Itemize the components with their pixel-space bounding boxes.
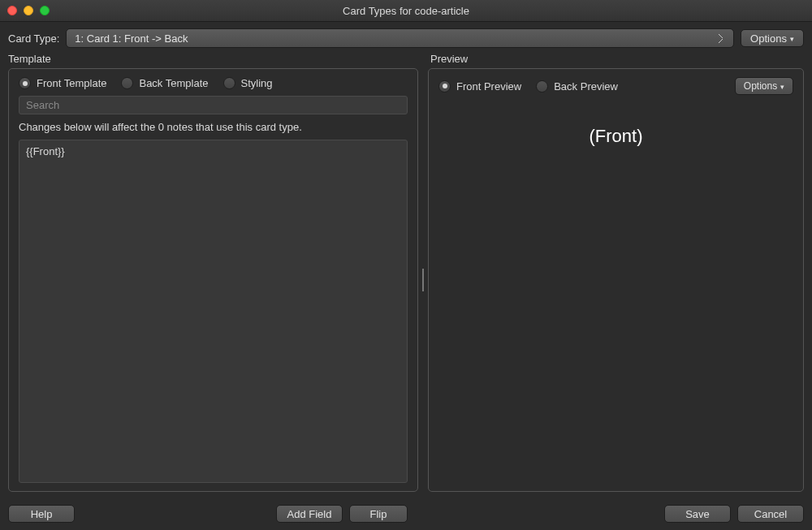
flip-button-label: Flip	[370, 508, 387, 520]
radio-icon	[536, 80, 548, 93]
card-type-options-button[interactable]: Options ▾	[741, 29, 804, 47]
save-button[interactable]: Save	[664, 505, 731, 523]
radio-label: Back Template	[139, 77, 208, 89]
panel-splitter[interactable]	[421, 68, 425, 492]
radio-styling[interactable]: Styling	[223, 77, 273, 89]
preview-panel: Front Preview Back Preview Options ▾ (Fr…	[428, 68, 804, 492]
flip-button[interactable]: Flip	[349, 505, 408, 523]
preview-radio-row: Front Preview Back Preview Options ▾	[429, 69, 803, 101]
radio-icon	[438, 80, 451, 93]
caret-down-icon: ▾	[790, 35, 794, 43]
options-button-label: Options	[750, 32, 787, 45]
cancel-button[interactable]: Cancel	[737, 505, 804, 523]
radio-label: Back Preview	[554, 80, 618, 93]
caret-down-icon: ▾	[780, 83, 784, 91]
card-type-label: Card Type:	[8, 32, 59, 45]
radio-back-preview[interactable]: Back Preview	[536, 80, 618, 93]
preview-heading: Preview	[422, 53, 804, 65]
radio-icon	[223, 77, 235, 89]
panels: Front Template Back Template Styling Sea…	[0, 65, 812, 492]
cancel-button-label: Cancel	[754, 508, 787, 520]
titlebar: Card Types for code-article	[0, 0, 812, 22]
bottom-bar: Help Add Field Flip Save Cancel	[0, 498, 812, 530]
maximize-window-button[interactable]	[40, 6, 50, 15]
radio-label: Styling	[241, 77, 273, 89]
radio-back-template[interactable]: Back Template	[121, 77, 208, 89]
minimize-window-button[interactable]	[24, 6, 33, 15]
section-headers: Template Preview	[0, 53, 812, 65]
radio-front-template[interactable]: Front Template	[19, 77, 106, 89]
search-placeholder: Search	[26, 99, 59, 111]
template-editor[interactable]: {{Front}}	[19, 140, 408, 483]
radio-front-preview[interactable]: Front Preview	[438, 80, 521, 93]
template-hint: Changes below will affect the 0 notes th…	[9, 114, 417, 136]
preview-front-text: (Front)	[590, 126, 643, 146]
radio-label: Front Template	[37, 77, 106, 89]
radio-label: Front Preview	[456, 80, 521, 93]
editor-text: {{Front}}	[26, 145, 65, 157]
search-input[interactable]: Search	[19, 96, 408, 114]
radio-icon	[121, 77, 133, 89]
add-field-button-label: Add Field	[287, 508, 332, 520]
preview-content: (Front)	[429, 101, 803, 491]
template-radio-row: Front Template Back Template Styling	[9, 69, 417, 96]
add-field-button[interactable]: Add Field	[276, 505, 343, 523]
traffic-lights	[7, 6, 50, 15]
card-type-select[interactable]: 1: Card 1: Front -> Back	[66, 28, 734, 48]
save-button-label: Save	[685, 508, 710, 520]
template-heading: Template	[8, 53, 422, 65]
template-panel: Front Template Back Template Styling Sea…	[8, 68, 418, 492]
help-button-label: Help	[31, 508, 53, 520]
help-button[interactable]: Help	[8, 505, 75, 523]
splitter-grip-icon	[422, 269, 424, 291]
radio-icon	[19, 77, 31, 89]
preview-options-button[interactable]: Options ▾	[735, 77, 793, 95]
card-type-selected-text: 1: Card 1: Front -> Back	[75, 32, 188, 45]
card-type-row: Card Type: 1: Card 1: Front -> Back Opti…	[0, 22, 812, 53]
window-title: Card Types for code-article	[343, 5, 469, 17]
options-button-label: Options	[744, 80, 777, 92]
close-window-button[interactable]	[7, 6, 17, 15]
